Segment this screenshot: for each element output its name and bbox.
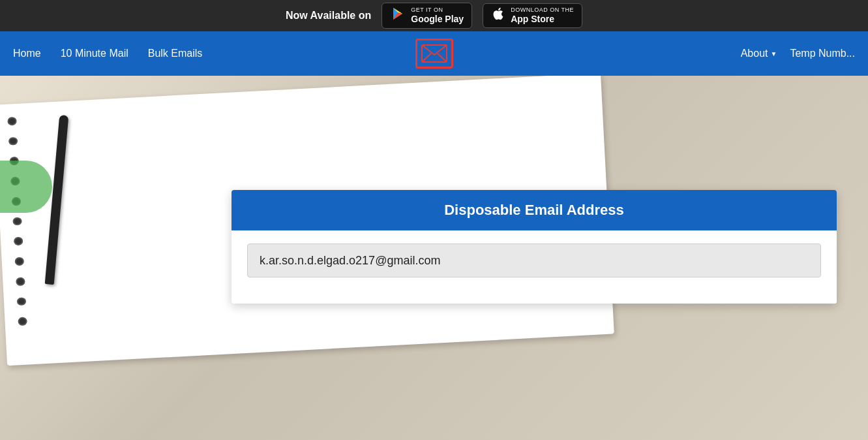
apple-icon (491, 7, 505, 25)
email-card: Disposable Email Address k.ar.so.n.d.elg… (232, 190, 837, 304)
google-play-text: GET IT ON Google Play (411, 7, 464, 25)
top-bar: Now Available on GET IT ON Google Play D… (0, 0, 868, 31)
nav-home[interactable]: Home (13, 48, 41, 59)
now-available-text: Now Available on (286, 10, 371, 22)
nav-left: Home 10 Minute Mail Bulk Emails (13, 48, 202, 59)
spiral-dot (17, 297, 27, 306)
spiral-dot (12, 217, 22, 225)
nav-logo[interactable] (415, 37, 454, 70)
nav-right: About ▼ Temp Numb... (741, 48, 855, 59)
app-store-text: Download on the App Store (511, 7, 574, 25)
spiral-dot (18, 317, 27, 326)
email-address-display: k.ar.so.n.d.elgad.o217@gmail.com (247, 244, 821, 277)
google-play-badge[interactable]: GET IT ON Google Play (382, 3, 472, 29)
spiral-dot (16, 277, 25, 285)
svg-line-5 (422, 54, 431, 62)
email-card-header: Disposable Email Address (232, 190, 837, 230)
app-store-badge[interactable]: Download on the App Store (483, 3, 582, 28)
plant-decoration (0, 161, 52, 213)
about-dropdown-arrow: ▼ (771, 50, 777, 57)
nav-ten-minute-mail[interactable]: 10 Minute Mail (61, 48, 128, 59)
spiral-dot (14, 257, 24, 266)
spiral-dot (14, 237, 23, 245)
nav-bulk-emails[interactable]: Bulk Emails (148, 48, 203, 59)
hero-section: Disposable Email Address k.ar.so.n.d.elg… (0, 76, 868, 440)
nav-about[interactable]: About ▼ (741, 48, 777, 59)
spiral-dot (7, 117, 17, 125)
svg-line-6 (438, 54, 447, 62)
logo-box (415, 39, 453, 69)
email-card-body: k.ar.so.n.d.elgad.o217@gmail.com (232, 230, 837, 304)
spiral-dot (8, 137, 18, 146)
navbar: Home 10 Minute Mail Bulk Emails About ▼ … (0, 31, 868, 76)
envelope-logo-icon (421, 44, 447, 63)
google-play-icon (390, 6, 406, 25)
spiral-binding (7, 117, 31, 326)
nav-temp-numbers[interactable]: Temp Numb... (790, 48, 855, 59)
